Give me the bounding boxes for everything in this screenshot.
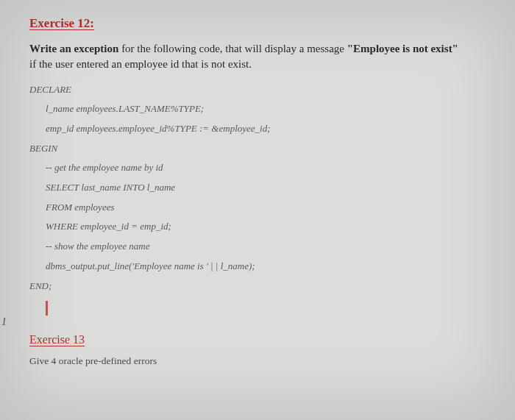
exercise-12-title: Exercise 12:	[29, 16, 493, 31]
code-c5: -- show the employee name	[46, 241, 493, 253]
code-c6: dbms_output.put_line('Employee name is '…	[46, 260, 493, 273]
prompt-bold-1: Write an exception	[29, 43, 118, 54]
code-begin: BEGIN	[29, 143, 493, 154]
code-c2: SELECT last_name INTO l_name	[46, 182, 493, 194]
code-l2: emp_id employees.employee_id%TYPE := &em…	[46, 123, 493, 135]
exercise-13-prompt: Give 4 oracle pre-defined errors	[29, 355, 493, 367]
prompt-mid: for the following code, that will displa…	[118, 43, 347, 54]
text-cursor	[46, 301, 48, 316]
margin-marker: 1	[1, 316, 7, 328]
prompt-post: if the user entered an employee id that …	[29, 58, 252, 70]
code-c1: -- get the employee name by id	[46, 162, 493, 174]
code-c4: WHERE employee_id = emp_id;	[46, 221, 493, 233]
exercise-12-prompt: Write an exception for the following cod…	[29, 41, 493, 72]
exercise-13-title: Exercise 13	[29, 333, 493, 346]
prompt-bold-msg: "Employee is not exist"	[347, 43, 458, 54]
code-declare: DECLARE	[29, 84, 493, 96]
code-c3: FROM employees	[46, 202, 493, 214]
code-l1: l_name employees.LAST_NAME%TYPE;	[46, 103, 493, 115]
code-end: END;	[29, 280, 493, 292]
